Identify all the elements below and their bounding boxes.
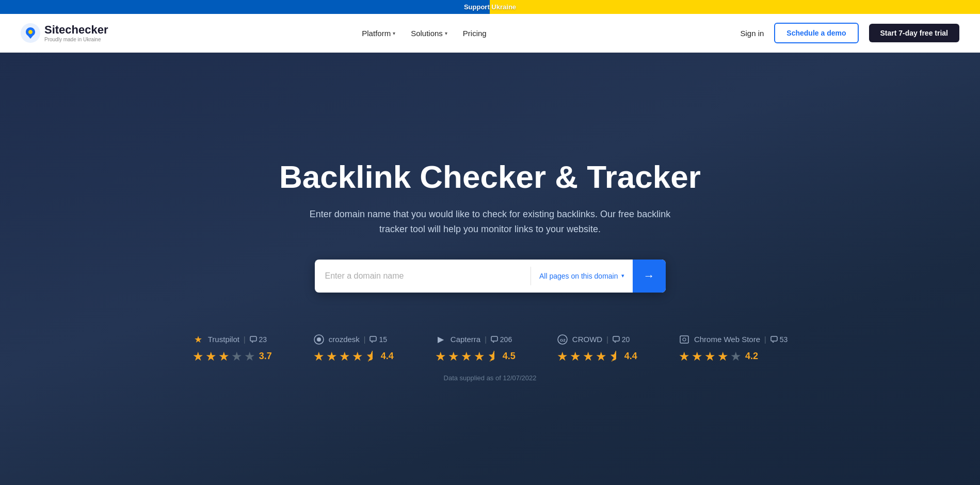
- comment-icon: [613, 336, 620, 343]
- logo-name: Sitechecker: [44, 24, 108, 36]
- nav-platform[interactable]: Platform ▾: [362, 29, 395, 38]
- start-trial-button[interactable]: Start 7-day free trial: [869, 24, 960, 42]
- data-note: Data supplied as of 12/07/2022: [444, 374, 537, 382]
- svg-text:G2: G2: [560, 338, 566, 343]
- domain-search-input[interactable]: [315, 260, 531, 293]
- logo-icon: [21, 23, 40, 43]
- svg-rect-9: [680, 336, 688, 343]
- svg-point-10: [683, 338, 686, 341]
- svg-rect-11: [771, 336, 777, 341]
- rating-chrome: Chrome Web Store | 53 ★ ★ ★ ★ ★ 4.2: [679, 334, 788, 364]
- chevron-down-icon: ▾: [445, 30, 447, 36]
- search-button[interactable]: →: [633, 260, 666, 293]
- capterra-stars: ★ ★ ★ ★ ⯨ 4.5: [435, 349, 516, 364]
- comment-icon: [770, 336, 778, 343]
- rating-crowd: G2 CROWD | 20 ★ ★ ★ ★ ⯨ 4.4: [557, 334, 637, 364]
- domain-scope-dropdown[interactable]: All pages on this domain ▾: [531, 260, 633, 293]
- ratings-section: ★ Trustpilot | 23 ★ ★ ★ ★ ★ 3.7: [192, 334, 788, 364]
- trustpilot-icon: ★: [192, 334, 204, 345]
- search-bar: All pages on this domain ▾ →: [315, 260, 666, 293]
- trustpilot-stars: ★ ★ ★ ★ ★ 3.7: [192, 349, 272, 364]
- header: Sitechecker Proudly made in Ukraine Plat…: [0, 14, 980, 53]
- chrome-stars: ★ ★ ★ ★ ★ 4.2: [679, 349, 758, 364]
- svg-point-3: [317, 337, 321, 342]
- comment-icon: [369, 336, 377, 343]
- chevron-down-icon: ▾: [393, 30, 395, 36]
- logo[interactable]: Sitechecker Proudly made in Ukraine: [21, 23, 108, 43]
- arrow-right-icon: →: [644, 269, 655, 283]
- svg-rect-4: [370, 336, 376, 341]
- hero-title: Backlink Checker & Tracker: [279, 159, 701, 195]
- domain-scope-label: All pages on this domain: [539, 272, 618, 280]
- logo-sub: Proudly made in Ukraine: [44, 37, 108, 42]
- nav-solutions[interactable]: Solutions ▾: [411, 29, 447, 38]
- hero-section: Backlink Checker & Tracker Enter domain …: [0, 53, 980, 485]
- header-actions: Sign in Schedule a demo Start 7-day free…: [740, 23, 959, 43]
- chrome-icon: [679, 334, 690, 345]
- comment-icon: [491, 336, 498, 343]
- schedule-demo-button[interactable]: Schedule a demo: [774, 23, 858, 43]
- nav-pricing[interactable]: Pricing: [463, 29, 487, 38]
- sign-in-link[interactable]: Sign in: [740, 29, 764, 38]
- rating-trustpilot: ★ Trustpilot | 23 ★ ★ ★ ★ ★ 3.7: [192, 334, 272, 364]
- hero-subtitle: Enter domain name that you would like to…: [304, 207, 676, 237]
- svg-rect-1: [250, 336, 256, 341]
- main-nav: Platform ▾ Solutions ▾ Pricing: [362, 29, 486, 38]
- rating-capterra: ▶ Capterra | 206 ★ ★ ★ ★ ⯨ 4.5: [435, 334, 516, 364]
- crozdesk-icon: [313, 334, 325, 345]
- svg-rect-8: [613, 336, 619, 341]
- crowd-icon: G2: [557, 334, 568, 345]
- crozdesk-stars: ★ ★ ★ ★ ⯨ 4.4: [313, 349, 394, 364]
- capterra-icon: ▶: [435, 334, 446, 345]
- comment-icon: [250, 336, 257, 343]
- svg-rect-5: [491, 336, 497, 341]
- ukraine-banner: Support Ukraine: [0, 0, 980, 14]
- ukraine-banner-text: Support Ukraine: [464, 3, 516, 11]
- crowd-stars: ★ ★ ★ ★ ⯨ 4.4: [557, 349, 637, 364]
- rating-crozdesk: crozdesk | 15 ★ ★ ★ ★ ⯨ 4.4: [313, 334, 394, 364]
- chevron-down-icon: ▾: [621, 272, 624, 279]
